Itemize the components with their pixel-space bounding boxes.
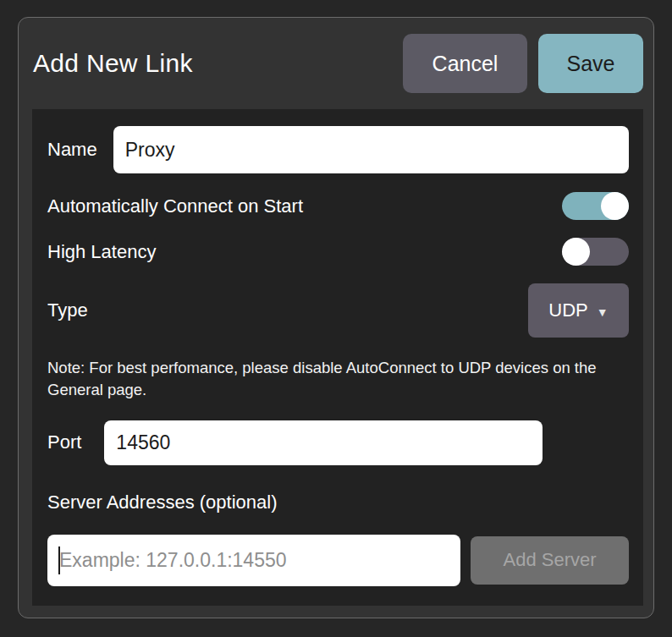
- add-new-link-dialog: Add New Link Cancel Save Name Automatica…: [18, 17, 654, 618]
- auto-connect-row: Automatically Connect on Start: [47, 192, 629, 220]
- toggle-knob: [601, 192, 629, 220]
- udp-performance-note: Note: For best perfomance, please disabl…: [47, 357, 629, 402]
- dialog-title: Add New Link: [33, 49, 193, 78]
- chevron-down-icon: ▼: [597, 305, 609, 319]
- type-label: Type: [47, 299, 88, 321]
- name-label: Name: [47, 139, 97, 161]
- name-input[interactable]: [113, 126, 629, 173]
- high-latency-toggle[interactable]: [562, 238, 629, 266]
- server-address-row: Add Server: [47, 535, 629, 586]
- save-button[interactable]: Save: [538, 34, 643, 93]
- server-address-input[interactable]: [47, 535, 460, 586]
- text-caret: [58, 546, 60, 574]
- add-server-button[interactable]: Add Server: [471, 536, 629, 585]
- auto-connect-label: Automatically Connect on Start: [47, 195, 303, 217]
- link-settings-panel: Name Automatically Connect on Start High…: [32, 109, 643, 606]
- server-addresses-label: Server Addresses (optional): [47, 491, 629, 513]
- name-row: Name: [47, 126, 629, 173]
- cancel-button[interactable]: Cancel: [403, 34, 527, 93]
- high-latency-label: High Latency: [47, 241, 156, 263]
- type-dropdown-value: UDP: [548, 299, 587, 321]
- dialog-header: Add New Link Cancel Save: [19, 34, 643, 93]
- toggle-knob: [562, 238, 590, 266]
- port-label: Port: [47, 431, 81, 453]
- auto-connect-toggle[interactable]: [562, 192, 629, 220]
- server-address-input-wrap: [47, 535, 460, 586]
- port-input[interactable]: [104, 420, 543, 465]
- type-dropdown[interactable]: UDP ▼: [528, 283, 629, 338]
- port-row: Port: [47, 420, 629, 465]
- type-row: Type UDP ▼: [47, 283, 629, 338]
- high-latency-row: High Latency: [47, 238, 629, 266]
